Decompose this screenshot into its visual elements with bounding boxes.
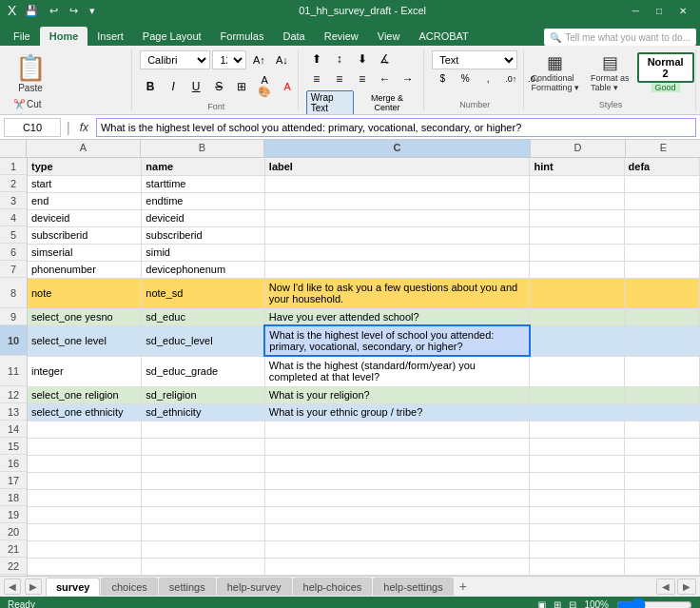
cell-e20[interactable] — [624, 523, 699, 540]
cell-d17[interactable] — [530, 472, 624, 489]
cell-c12[interactable]: What is your religion? — [264, 386, 530, 403]
cell-d12[interactable] — [530, 386, 624, 403]
view-normal-icon[interactable]: ▣ — [537, 599, 546, 608]
cell-a6[interactable]: simserial — [28, 244, 142, 261]
cell-b16[interactable] — [142, 455, 265, 472]
underline-btn[interactable]: U — [185, 78, 206, 95]
fill-color-btn[interactable]: A🎨 — [254, 72, 275, 100]
cell-d18[interactable] — [530, 489, 624, 506]
dec-inc-btn[interactable]: .0↑ — [500, 72, 521, 86]
comma-btn[interactable]: , — [477, 71, 498, 86]
paste-button[interactable]: 📋 Paste — [10, 50, 51, 96]
tab-file[interactable]: File — [4, 27, 40, 46]
merge-center-btn[interactable]: Merge & Center — [356, 90, 418, 115]
cell-b6[interactable]: simid — [142, 244, 265, 261]
cell-b19[interactable] — [142, 506, 265, 523]
col-header-e[interactable]: E — [626, 140, 700, 157]
col-header-a[interactable]: A — [27, 140, 141, 157]
cell-b5[interactable]: subscriberid — [142, 226, 265, 244]
row-header-17[interactable]: 17 — [0, 472, 27, 489]
cell-b2[interactable]: starttime — [142, 175, 265, 192]
cell-a3[interactable]: end — [28, 192, 142, 209]
cell-e14[interactable] — [624, 421, 699, 438]
cell-d3[interactable] — [530, 192, 624, 209]
italic-btn[interactable]: I — [163, 78, 184, 95]
cell-a13[interactable]: select_one ethnicity — [28, 403, 142, 421]
wrap-text-btn[interactable]: Wrap Text — [306, 90, 354, 115]
maximize-btn[interactable]: □ — [651, 4, 668, 18]
cell-c2[interactable] — [264, 175, 530, 192]
tab-insert[interactable]: Insert — [88, 27, 133, 46]
quick-undo-btn[interactable]: ↩ — [47, 3, 61, 19]
cell-a11[interactable]: integer — [28, 356, 142, 386]
cell-b21[interactable] — [142, 540, 265, 558]
align-left-btn[interactable]: ≡ — [306, 70, 327, 88]
cell-a8[interactable]: note — [28, 278, 142, 308]
align-middle-btn[interactable]: ↕ — [329, 50, 350, 68]
cell-e7[interactable] — [624, 261, 699, 278]
cell-a21[interactable] — [28, 540, 142, 558]
cell-e11[interactable] — [624, 356, 699, 386]
row-header-3[interactable]: 3 — [0, 192, 27, 209]
cell-c14[interactable] — [264, 421, 530, 438]
row-header-22[interactable]: 22 — [0, 558, 27, 575]
cell-e2[interactable] — [624, 175, 699, 192]
cell-b9[interactable]: sd_educ — [142, 308, 265, 325]
tab-view[interactable]: View — [368, 27, 410, 46]
row-header-12[interactable]: 12 — [0, 386, 27, 403]
close-btn[interactable]: ✕ — [673, 4, 692, 18]
row-header-20[interactable]: 20 — [0, 523, 27, 540]
sheet-tab-help-settings[interactable]: help-settings — [373, 578, 453, 596]
cell-e16[interactable] — [624, 455, 699, 472]
cell-e19[interactable] — [624, 506, 699, 523]
quick-redo-btn[interactable]: ↪ — [67, 3, 81, 19]
cell-d14[interactable] — [530, 421, 624, 438]
cell-b12[interactable]: sd_religion — [142, 386, 265, 403]
cell-b15[interactable] — [142, 438, 265, 455]
cell-d7[interactable] — [530, 261, 624, 278]
cell-c9[interactable]: Have you ever attended school? — [264, 308, 530, 325]
cell-c17[interactable] — [264, 472, 530, 489]
align-center-btn[interactable]: ≡ — [329, 70, 350, 88]
row-header-21[interactable]: 21 — [0, 540, 27, 558]
tab-review[interactable]: Review — [315, 27, 368, 46]
cell-a16[interactable] — [28, 455, 142, 472]
font-color-btn[interactable]: A — [277, 79, 298, 94]
row-header-7[interactable]: 7 — [0, 261, 27, 278]
font-grow-btn[interactable]: A↑ — [248, 52, 269, 68]
cell-reference-input[interactable] — [4, 118, 61, 137]
cell-a22[interactable] — [28, 558, 142, 575]
row-header-14[interactable]: 14 — [0, 421, 27, 438]
tab-acrobat[interactable]: ACROBAT — [409, 27, 477, 46]
cell-b22[interactable] — [142, 558, 265, 575]
cell-a17[interactable] — [28, 472, 142, 489]
quick-customize-btn[interactable]: ▾ — [87, 3, 98, 19]
cell-d4[interactable] — [530, 209, 624, 226]
format-as-table-btn[interactable]: ▤ Format asTable ▾ — [587, 50, 633, 94]
cell-d2[interactable] — [530, 175, 624, 192]
tab-page-layout[interactable]: Page Layout — [133, 27, 211, 46]
row-header-11[interactable]: 11 — [0, 356, 27, 386]
cell-c6[interactable] — [264, 244, 530, 261]
strikethrough-btn[interactable]: S — [208, 78, 229, 95]
indent-dec-btn[interactable]: ← — [375, 70, 396, 88]
normal2-badge[interactable]: Normal 2 — [637, 52, 694, 83]
row-header-15[interactable]: 15 — [0, 438, 27, 455]
cell-a12[interactable]: select_one religion — [28, 386, 142, 403]
cell-b11[interactable]: sd_educ_grade — [142, 356, 265, 386]
cell-a20[interactable] — [28, 523, 142, 540]
cell-e5[interactable] — [624, 226, 699, 244]
text-angle-btn[interactable]: ∡ — [375, 50, 396, 68]
cell-a9[interactable]: select_one yesno — [28, 308, 142, 325]
row-header-13[interactable]: 13 — [0, 403, 27, 421]
cell-b7[interactable]: devicephonenum — [142, 261, 265, 278]
view-break-icon[interactable]: ⊟ — [569, 599, 576, 608]
row-header-5[interactable]: 5 — [0, 226, 27, 244]
cell-c13[interactable]: What is your ethnic group / tribe? — [264, 403, 530, 421]
cell-d8[interactable] — [530, 278, 624, 308]
currency-btn[interactable]: $ — [432, 71, 453, 86]
col-header-b[interactable]: B — [141, 140, 264, 157]
cell-a14[interactable] — [28, 421, 142, 438]
cell-c1[interactable]: label — [264, 158, 530, 175]
row-header-18[interactable]: 18 — [0, 489, 27, 506]
